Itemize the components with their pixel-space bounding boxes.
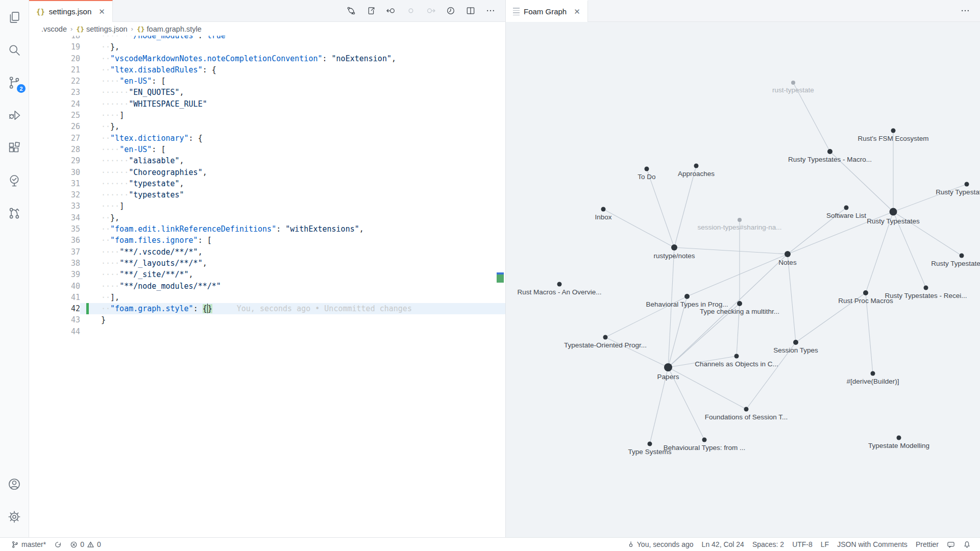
git-graph-icon[interactable] (2, 201, 27, 226)
previous-change-icon[interactable] (383, 3, 399, 18)
eol-sequence[interactable]: LF (817, 540, 833, 548)
graph-node-typestate-modelling[interactable]: Typestate Modelling (868, 436, 929, 449)
breadcrumb-settings-json[interactable]: {}settings.json (76, 25, 127, 33)
code-line-38[interactable]: 38····"**/_layouts/**/*", (29, 258, 505, 269)
encoding[interactable]: UTF-8 (788, 540, 817, 548)
timeline-icon[interactable] (443, 3, 458, 18)
code-line-24[interactable]: 24······"WHITESPACE_RULE" (29, 98, 505, 110)
change-dot-disabled-icon[interactable] (403, 3, 419, 18)
editor-more-actions-icon[interactable] (483, 3, 498, 18)
code-line-20[interactable]: 20··"vscodeMarkdownNotes.noteCompletionC… (29, 53, 505, 64)
graph-node-rt-right[interactable]: Rusty Typestates - (931, 254, 980, 267)
code-line-30[interactable]: 30······"Choreographies", (29, 167, 505, 178)
svg-text:Channels as Objects in C...: Channels as Objects in C... (695, 360, 778, 368)
notifications-button[interactable] (959, 541, 975, 548)
code-text: ····"en-US": [ (101, 76, 505, 87)
gutter-modified-indicator (86, 110, 89, 121)
graph-node-approaches[interactable]: Approaches (678, 164, 715, 178)
open-file-icon[interactable] (363, 3, 379, 18)
breadcrumb-separator: › (69, 25, 74, 33)
graph-node-rust-macros[interactable]: Rust Macros - An Overvie... (517, 282, 601, 296)
settings-gear-icon[interactable] (2, 505, 27, 529)
extensions-icon[interactable] (2, 136, 27, 160)
code-line-33[interactable]: 33····] (29, 201, 505, 212)
graph-node-rustype-notes[interactable]: rustype/notes (653, 244, 695, 260)
code-line-26[interactable]: 26··}, (29, 121, 505, 132)
code-line-25[interactable]: 25····] (29, 110, 505, 121)
code-line-28[interactable]: 28····"en-US": [ (29, 144, 505, 155)
graph-node-rt-macro[interactable]: Rusty Typestates - Macro... (788, 149, 872, 163)
graph-node-rt-hub[interactable]: Rusty Typestates (867, 208, 920, 225)
graph-node-behavioural-from[interactable]: Behavioural Types: from ... (664, 438, 745, 452)
code-line-32[interactable]: 32······"typestates" (29, 189, 505, 201)
graph-node-derive-builder[interactable]: #[derive(Builder)] (847, 371, 899, 385)
feedback-button[interactable] (943, 541, 959, 548)
tab-foam-graph[interactable]: Foam Graph ✕ (506, 0, 588, 22)
testing-tree-icon[interactable] (2, 168, 27, 193)
source-control-icon[interactable]: 2 (2, 70, 27, 95)
code-editor[interactable]: 18····"**/node_modules": true19··},20··"… (29, 36, 505, 537)
panel-tab-close-icon[interactable]: ✕ (574, 7, 580, 16)
line-number: 26 (29, 121, 80, 132)
code-text: ······"typestates" (101, 189, 505, 201)
code-line-39[interactable]: 39····"**/_site/**/*", (29, 269, 505, 280)
graph-node-channels[interactable]: Channels as Objects in C... (695, 354, 778, 368)
tab-close-icon[interactable]: ✕ (99, 7, 105, 16)
cursor-position[interactable]: Ln 42, Col 24 (698, 540, 748, 548)
graph-node-session-types[interactable]: Session Types (773, 340, 818, 354)
run-debug-icon[interactable] (2, 103, 27, 128)
commit-icon (627, 541, 634, 548)
graph-node-todo[interactable]: To Do (638, 167, 655, 181)
problems-indicator[interactable]: 0 0 (66, 540, 105, 548)
code-line-34[interactable]: 34··}, (29, 212, 505, 223)
code-line-18[interactable]: 18····"**/node_modules": true (29, 36, 505, 41)
tab-settings-json[interactable]: {} settings.json ✕ (29, 0, 113, 22)
graph-node-notes[interactable]: Notes (778, 251, 797, 266)
explorer-icon[interactable] (2, 5, 27, 30)
sync-button[interactable] (50, 541, 66, 548)
code-line-40[interactable]: 40····"**/node_modules/**/*" (29, 281, 505, 292)
code-line-19[interactable]: 19··}, (29, 41, 505, 53)
code-line-44[interactable]: 44 (29, 326, 505, 337)
graph-node-fsm[interactable]: Rust's FSM Ecosystem (857, 129, 928, 142)
branch-indicator[interactable]: master* (7, 540, 50, 548)
panel-more-actions-icon[interactable] (958, 3, 973, 18)
code-line-23[interactable]: 23······"EN_QUOTES", (29, 87, 505, 98)
code-line-31[interactable]: 31······"typestate", (29, 178, 505, 189)
graph-node-st-gray[interactable]: session-types#sharing-na... (697, 218, 781, 231)
formatter[interactable]: Prettier (912, 540, 943, 548)
language-mode[interactable]: JSON with Comments (833, 540, 912, 548)
gutter-modified-indicator (86, 314, 89, 325)
code-line-35[interactable]: 35··"foam.edit.linkReferenceDefinitions"… (29, 223, 505, 235)
code-line-27[interactable]: 27··"ltex.dictionary": { (29, 133, 505, 144)
graph-node-rt-recei[interactable]: Rusty Typestates - Recei... (885, 286, 967, 299)
code-line-29[interactable]: 29······"aliasable", (29, 155, 505, 166)
code-line-36[interactable]: 36··"foam.files.ignore": [ (29, 235, 505, 246)
split-editor-icon[interactable] (463, 3, 478, 18)
open-changes-icon[interactable] (344, 3, 359, 18)
graph-node-inbox[interactable]: Inbox (595, 207, 611, 221)
indentation[interactable]: Spaces: 2 (748, 540, 788, 548)
code-line-43[interactable]: 43} (29, 314, 505, 325)
breadcrumb-foam-graph-style[interactable]: {}foam.graph.style (137, 25, 202, 33)
graph-node-behavioral[interactable]: Behavioral Types in Prog... (646, 294, 728, 308)
graph-node-software-list[interactable]: Software List (826, 206, 866, 219)
graph-node-foundations[interactable]: Foundations of Session T... (705, 407, 788, 421)
graph-node-typestate-oriented[interactable]: Typestate-Oriented Progr... (564, 335, 647, 349)
foam-graph-canvas[interactable]: rust-typestateRust's FSM EcosystemRusty … (506, 22, 980, 537)
line-number: 21 (29, 64, 80, 76)
editor-tabbar: {} settings.json ✕ (29, 0, 505, 22)
code-line-21[interactable]: 21··"ltex.disabledRules": { (29, 64, 505, 76)
commit-info[interactable]: You, seconds ago (623, 540, 698, 548)
svg-text:Inbox: Inbox (595, 213, 611, 221)
graph-node-rust-typestate[interactable]: rust-typestate (772, 81, 814, 94)
code-line-42[interactable]: 42··"foam.graph.style": {}You, seconds a… (29, 303, 505, 314)
graph-node-rt-topright[interactable]: Rusty Typestates (936, 182, 980, 196)
next-change-disabled-icon[interactable] (423, 3, 438, 18)
breadcrumb-vscode[interactable]: .vscode (41, 25, 67, 33)
code-line-37[interactable]: 37····"**/.vscode/**/*", (29, 246, 505, 258)
code-line-22[interactable]: 22····"en-US": [ (29, 76, 505, 87)
code-line-41[interactable]: 41··], (29, 292, 505, 303)
search-icon[interactable] (2, 38, 27, 62)
account-icon[interactable] (2, 472, 27, 496)
